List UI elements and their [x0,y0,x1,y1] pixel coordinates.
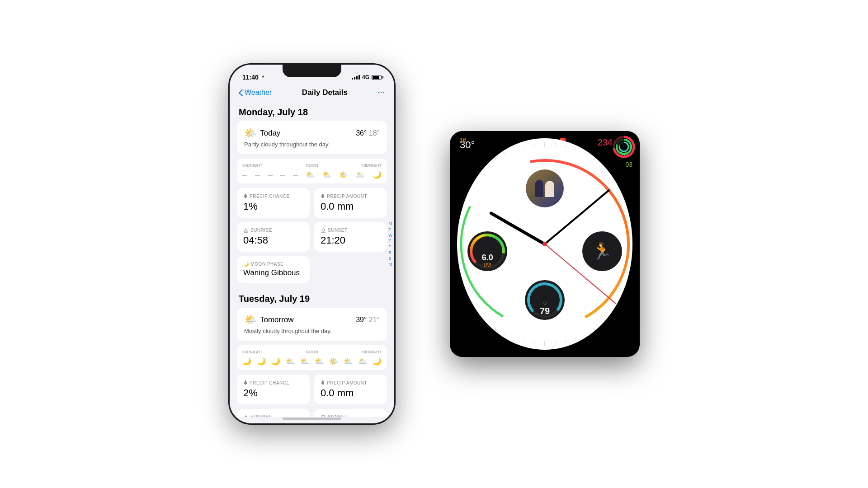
runner-complication: 🏃 [582,231,622,271]
sunrise-icon-2 [243,415,249,418]
svg-point-0 [245,230,247,232]
sunset-label-2: SUNSET [321,414,381,417]
sunrise-card-1: SUNRISE 04:58 [237,222,310,252]
sunrise-card-2: SUNRISE 04:59 [237,409,310,417]
rain-icon-2 [243,380,248,385]
sunrise-label-1: SUNRISE [243,228,303,233]
runner-icon: 🏃 [592,242,612,261]
today-emoji: 🌤️ [244,127,256,139]
alpha-S1: S [389,250,393,255]
location-icon [260,75,265,80]
moon-phase-value-1: Waning Gibbous [243,268,303,277]
home-indicator [283,418,341,420]
sunset-card-1: SUNSET 21:20 [314,222,387,252]
today-label: Today [260,129,280,138]
signal-bars [352,75,360,80]
sunset-icon [321,228,326,233]
sunset-card-2: SUNSET 21:19 [314,409,387,417]
precip-chance-value-1: 1% [243,201,303,212]
precip-chance-card-1: PRECIP CHANCE 1% [237,188,310,218]
scene: 11:40 4G [0,0,868,488]
day1-header: Monday, July 18 [237,101,387,121]
precip-amount-label-2: PRECIP AMOUNT [321,380,381,385]
precip-chance-card-2: PRECIP CHANCE 2% [237,375,310,404]
alpha-F: F [389,244,393,249]
detail-grid-day2: PRECIP CHANCE 2% PRECIP AMOUNT 0.0 mm [237,375,387,417]
uvi-complication: 6.0 UVI [467,231,507,271]
hourly-icons-day1: — — — — — ⛅ ⛅ 🌤️ 🌥️ 🌙 [242,170,382,179]
precip-amount-label-1: PRECIP AMOUNT [321,193,381,199]
apple-watch: 30° 16 37 234 16 03 [450,131,640,357]
battery-icon [372,75,382,80]
tomorrow-desc: Mostly cloudy throughout the day. [244,328,380,334]
midnight-label-3: MIDNIGHT [242,350,263,354]
precip-chance-label-2: PRECIP CHANCE [243,380,303,385]
rain-icon [243,193,248,199]
today-temps: 36° 18° [356,129,380,137]
sunrise-icon [243,228,249,233]
more-button[interactable]: ··· [378,89,385,97]
noon-label-1: NOON [306,163,318,168]
sunset-icon-2 [321,415,326,418]
svg-point-5 [245,416,247,418]
alpha-M2: M [389,262,393,267]
hourly-bar-day2: MIDNIGHT NOON MIDNIGHT 🌙 🌙 🌙 ⛅ ⛅ ⛅ 🌤️ ⛅ … [237,345,387,370]
day2-header: Tuesday, July 19 [237,287,387,308]
side-alphabet: M T W T F S S M [389,221,393,267]
svg-point-8 [322,415,325,418]
tomorrow-card: 🌤️ Tomorrow 39° 21° Mostly cloudy throug… [237,308,387,341]
time-display: 11:40 [242,74,259,81]
sunset-value-1: 21:20 [321,235,381,246]
watch-db-value: 58 [466,337,477,349]
precip-chance-value-2: 2% [243,387,303,399]
watch-face: 6.0 UVI 🏃 ♡ 79 dB 58 77% [457,138,632,350]
uvi-label: UVI [484,263,491,267]
heart-value: 79 [540,306,550,316]
photo-complication [524,168,565,209]
today-card: 🌤️ Today 36° 18° Partly cloudy throughou… [237,121,387,154]
precip-amount-card-2: PRECIP AMOUNT 0.0 mm [314,375,387,404]
back-button[interactable]: Weather [239,89,272,97]
precip-amount-value-2: 0.0 mm [321,387,381,399]
alpha-T1: T [389,227,393,232]
noon-label-2: NOON [306,350,318,354]
nav-bar: Weather Daily Details ··· [230,84,394,101]
tomorrow-label: Tomorrow [260,315,294,324]
notch [283,65,341,77]
uvi-value: 6.0 [482,253,493,263]
hourly-icons-day2: 🌙 🌙 🌙 ⛅ ⛅ ⛅ 🌤️ ⛅ 🌥️ 🌙 [242,357,382,366]
precip-amount-value-1: 0.0 mm [321,201,381,212]
nav-title: Daily Details [302,88,348,97]
precip-amount-card-1: PRECIP AMOUNT 0.0 mm [314,188,387,218]
detail-grid-day1: PRECIP CHANCE 1% PRECIP AMOUNT 0.0 mm [237,188,387,283]
midnight-label-2: MIDNIGHT [362,163,382,168]
rain-amount-icon [321,193,325,199]
precip-chance-label-1: PRECIP CHANCE [243,193,303,199]
back-label: Weather [245,89,272,97]
rain-amount-icon-2 [321,380,325,385]
sunset-label-1: SUNSET [321,228,381,233]
alpha-T2: T [389,239,393,244]
alpha-S2: S [389,256,393,261]
midnight-label-1: MIDNIGHT [242,163,263,168]
scroll-area[interactable]: Monday, July 18 🌤️ Today 36° 18° Partly … [230,101,394,417]
svg-point-3 [322,229,325,231]
moon-phase-card-1: 🌙 MOON PHASE Waning Gibbous [237,256,310,283]
hourly-bar-day1: MIDNIGHT NOON MIDNIGHT — — — — — ⛅ ⛅ 🌤️ … [237,159,387,183]
midnight-label-4: MIDNIGHT [362,350,382,354]
tomorrow-emoji: 🌤️ [244,314,256,326]
moon-phase-label-1: 🌙 MOON PHASE [243,262,303,267]
alpha-M1: M [389,221,393,226]
watch-battery-pct: 77% [605,337,625,349]
heart-complication: ♡ 79 [525,280,565,320]
network-label: 4G [362,74,369,80]
chevron-left-icon [239,89,243,96]
today-desc: Partly cloudy throughout the day. [244,141,380,148]
tomorrow-temps: 39° 21° [356,316,380,324]
iphone-device: 11:40 4G [228,63,396,425]
sunrise-label-2: SUNRISE [243,414,303,417]
alpha-W: W [389,233,393,238]
sunrise-value-1: 04:58 [243,235,303,246]
